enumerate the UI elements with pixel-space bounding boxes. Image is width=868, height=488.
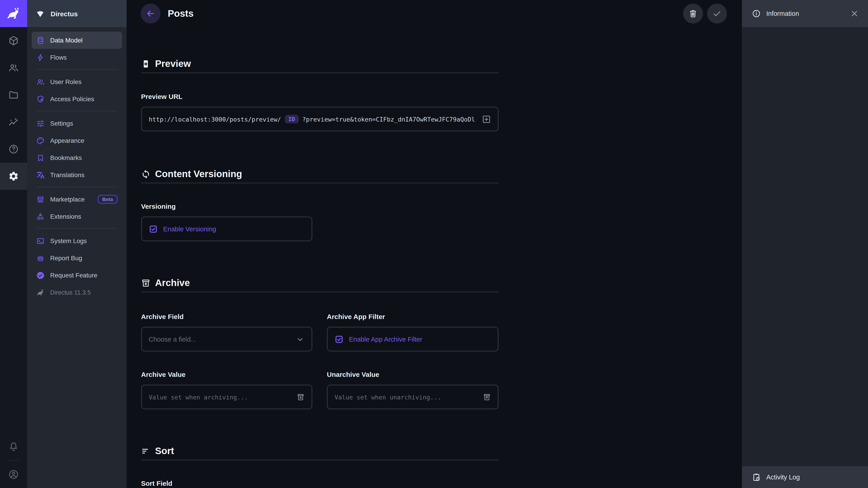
module-logo-button[interactable] [0, 0, 27, 27]
info-sidebar-body [742, 27, 868, 466]
preview-device-icon [141, 59, 151, 68]
sidebar-item-label: Report Bug [50, 254, 82, 262]
back-button[interactable] [141, 4, 160, 24]
project-fan-icon [35, 8, 45, 19]
terminal-icon [36, 236, 45, 245]
arrow-left-icon [146, 8, 156, 19]
account-button[interactable] [0, 461, 27, 488]
bug-icon [36, 254, 45, 262]
select-placeholder: Choose a field... [149, 335, 196, 343]
add-box-icon[interactable] [482, 114, 491, 124]
sidebar-item-label: Extensions [50, 213, 81, 220]
sidebar-item-translations[interactable]: Translations [32, 166, 122, 184]
project-header[interactable]: Directus [27, 0, 127, 27]
database-icon [36, 36, 45, 44]
info-sidebar: Information Activity Log [742, 0, 868, 488]
storefront-icon [36, 195, 45, 203]
bookmark-icon [36, 153, 45, 162]
sidebar-item-request-feature[interactable]: Request Feature [32, 267, 122, 284]
page-title: Posts [168, 8, 193, 19]
archive-value-input[interactable] [149, 393, 291, 400]
section-divider [141, 291, 499, 292]
tune-icon [36, 119, 45, 128]
information-section-header[interactable]: Information [742, 0, 868, 27]
section-divider [141, 459, 499, 460]
notifications-button[interactable] [0, 433, 27, 460]
version-label: Directus 11.3.5 [50, 289, 91, 296]
sidebar-item-settings[interactable]: Settings [32, 115, 122, 132]
sidebar-item-user-roles[interactable]: User Roles [32, 73, 122, 90]
delete-collection-button[interactable] [683, 4, 703, 24]
checkbox-label: Enable Versioning [163, 225, 216, 232]
collection-settings-form: Preview Preview URL http://localhost:300… [127, 27, 742, 488]
sidebar-item-marketplace[interactable]: Marketplace Beta [32, 191, 122, 208]
module-users[interactable] [0, 54, 27, 81]
project-name: Directus [51, 10, 78, 18]
id-field-chip[interactable]: ID [285, 115, 299, 123]
module-bar-spacer [0, 190, 27, 433]
activity-log-toggle[interactable]: Activity Log [742, 466, 868, 488]
check-icon [712, 8, 722, 19]
sidebar-item-extensions[interactable]: Extensions [32, 208, 122, 225]
sidebar-item-label: Data Model [50, 37, 83, 44]
translate-icon [36, 170, 45, 179]
url-prefix: http://localhost:3000/posts/preview/ [149, 116, 281, 123]
sidebar-item-flows[interactable]: Flows [32, 49, 122, 66]
archive-value-label: Archive Value [141, 370, 312, 379]
unarchive-icon [483, 392, 491, 401]
module-bar [0, 0, 27, 488]
section-sort: Sort [141, 444, 499, 458]
sidebar-item-label: Settings [50, 120, 73, 127]
preview-url-label: Preview URL [141, 92, 499, 101]
section-title-label: Sort [155, 446, 174, 456]
info-icon [752, 9, 761, 18]
module-content[interactable] [0, 27, 27, 54]
sidebar-item-access-policies[interactable]: Access Policies [32, 90, 122, 107]
module-insights[interactable] [0, 108, 27, 135]
save-button[interactable] [707, 4, 727, 24]
sidebar-item-label: Access Policies [50, 95, 94, 103]
main-content: Posts [127, 0, 742, 488]
module-help[interactable] [0, 135, 27, 163]
sidebar-item-label: Appearance [50, 137, 84, 144]
sidebar-item-label: Marketplace [50, 196, 85, 203]
sidebar-item-bookmarks[interactable]: Bookmarks [32, 149, 122, 166]
sidebar-version: Directus 11.3.5 [32, 284, 122, 301]
header-actions [683, 4, 727, 24]
folder-icon [8, 90, 19, 100]
sidebar-item-data-model[interactable]: Data Model [32, 32, 122, 49]
enable-app-archive-filter-checkbox[interactable]: Enable App Archive Filter [327, 327, 499, 352]
box-icon [8, 35, 19, 46]
directus-rabbit-icon [36, 288, 45, 297]
sort-field-label: Sort Field [141, 479, 499, 488]
category-icon [36, 212, 45, 221]
checkbox-label: Enable App Archive Filter [349, 335, 422, 343]
sidebar-item-label: Request Feature [50, 271, 97, 279]
directus-app: Directus Data Model Flows [0, 0, 868, 488]
nav-divider [36, 69, 118, 70]
sync-icon [141, 169, 151, 179]
shield-person-icon [36, 95, 45, 103]
insights-icon [8, 117, 19, 127]
sidebar-item-label: Bookmarks [50, 154, 82, 161]
directus-rabbit-icon [6, 6, 21, 21]
module-files[interactable] [0, 81, 27, 108]
sidebar-item-label: Translations [50, 171, 85, 178]
preview-url-input[interactable]: http://localhost:3000/posts/preview/ ID … [141, 107, 499, 131]
close-icon[interactable] [850, 9, 859, 18]
sidebar-item-label: Flows [50, 54, 67, 61]
clipboard-clock-icon [752, 473, 761, 482]
section-title-label: Content Versioning [155, 168, 242, 180]
avatar-icon [8, 469, 19, 480]
nav-divider [36, 228, 118, 229]
module-settings[interactable] [0, 163, 27, 190]
sort-icon [141, 446, 151, 456]
enable-versioning-checkbox[interactable]: Enable Versioning [141, 217, 312, 241]
sidebar-item-appearance[interactable]: Appearance [32, 132, 122, 149]
unarchive-value-input[interactable] [335, 393, 478, 400]
page-header: Posts [127, 0, 742, 27]
preview-url-value: http://localhost:3000/posts/preview/ ID … [149, 115, 477, 123]
sidebar-item-system-logs[interactable]: System Logs [32, 232, 122, 250]
archive-field-select[interactable]: Choose a field... [141, 327, 312, 352]
sidebar-item-report-bug[interactable]: Report Bug [32, 250, 122, 267]
